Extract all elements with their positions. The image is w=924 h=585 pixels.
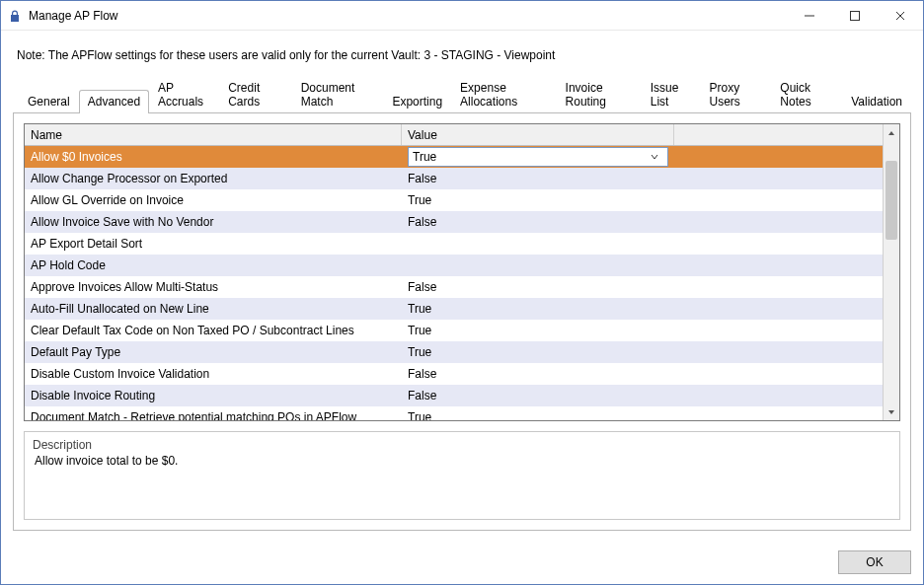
table-row[interactable]: Allow GL Override on InvoiceTrue bbox=[25, 189, 883, 211]
table-row[interactable]: Allow $0 InvoicesTrue bbox=[25, 146, 883, 168]
table-row[interactable]: Disable Custom Invoice ValidationFalse bbox=[25, 363, 883, 385]
setting-value[interactable]: False bbox=[402, 280, 674, 294]
setting-value[interactable]: True bbox=[402, 193, 674, 207]
tab-exporting[interactable]: Exporting bbox=[383, 90, 451, 112]
column-header-blank bbox=[674, 124, 883, 145]
scroll-thumb[interactable] bbox=[886, 161, 897, 240]
table-row[interactable]: Approve Invoices Allow Multi-StatusFalse bbox=[25, 276, 883, 298]
scroll-down-button[interactable] bbox=[884, 403, 899, 420]
setting-name: Auto-Fill Unallocated on New Line bbox=[25, 302, 402, 316]
column-header-value[interactable]: Value bbox=[402, 124, 674, 145]
ok-button[interactable]: OK bbox=[838, 550, 911, 574]
table-row[interactable]: AP Export Detail Sort bbox=[25, 233, 883, 255]
tab-general[interactable]: General bbox=[19, 90, 79, 112]
dropdown-selected-text: True bbox=[413, 150, 436, 164]
tab-ap-accruals[interactable]: AP Accruals bbox=[149, 76, 219, 112]
grid-header: Name Value bbox=[25, 124, 883, 146]
tab-proxy-users[interactable]: Proxy Users bbox=[701, 76, 772, 112]
tab-issue-list[interactable]: Issue List bbox=[642, 76, 701, 112]
table-row[interactable]: Allow Invoice Save with No VendorFalse bbox=[25, 211, 883, 233]
table-row[interactable]: Disable Invoice RoutingFalse bbox=[25, 385, 883, 406]
setting-value[interactable]: False bbox=[402, 215, 674, 229]
scroll-track[interactable] bbox=[884, 141, 899, 403]
window-controls bbox=[787, 1, 923, 30]
svg-rect-0 bbox=[805, 15, 814, 16]
setting-name: Document Match - Retrieve potential matc… bbox=[25, 410, 402, 420]
table-row[interactable]: Allow Change Processor on ExportedFalse bbox=[25, 168, 883, 189]
window: Manage AP Flow Note: The APFlow settings… bbox=[0, 0, 924, 585]
chevron-down-icon[interactable] bbox=[646, 148, 663, 166]
setting-name: Disable Custom Invoice Validation bbox=[25, 367, 402, 381]
setting-value[interactable]: True bbox=[402, 345, 674, 359]
table-row[interactable]: Document Match - Retrieve potential matc… bbox=[25, 406, 883, 420]
svg-rect-1 bbox=[851, 11, 860, 20]
setting-value[interactable]: True bbox=[402, 410, 674, 420]
table-row[interactable]: Default Pay TypeTrue bbox=[25, 341, 883, 363]
note-text: Note: The APFlow settings for these user… bbox=[13, 40, 911, 76]
value-dropdown[interactable]: True bbox=[408, 147, 668, 167]
footer: OK bbox=[1, 543, 923, 584]
setting-value[interactable]: False bbox=[402, 172, 674, 185]
description-text: Allow invoice total to be $0. bbox=[33, 454, 891, 468]
window-title: Manage AP Flow bbox=[29, 9, 118, 23]
description-label: Description bbox=[33, 438, 891, 452]
vertical-scrollbar[interactable] bbox=[883, 124, 899, 420]
titlebar: Manage AP Flow bbox=[1, 1, 923, 31]
setting-value[interactable]: True bbox=[402, 324, 674, 337]
tab-advanced[interactable]: Advanced bbox=[79, 90, 149, 113]
tab-panel-advanced: Name Value Allow $0 InvoicesTrueAllow Ch… bbox=[13, 112, 911, 531]
minimize-button[interactable] bbox=[787, 1, 832, 30]
setting-name: Clear Default Tax Code on Non Taxed PO /… bbox=[25, 324, 402, 337]
setting-name: Allow Invoice Save with No Vendor bbox=[25, 215, 402, 229]
grid-body: Allow $0 InvoicesTrueAllow Change Proces… bbox=[25, 146, 883, 420]
grid-inner: Name Value Allow $0 InvoicesTrueAllow Ch… bbox=[25, 124, 883, 420]
setting-value[interactable]: True bbox=[402, 302, 674, 316]
content-area: Note: The APFlow settings for these user… bbox=[1, 31, 923, 543]
scroll-up-button[interactable] bbox=[884, 124, 899, 141]
description-box: Description Allow invoice total to be $0… bbox=[24, 431, 900, 520]
table-row[interactable]: AP Hold Code bbox=[25, 255, 883, 276]
setting-name: Allow $0 Invoices bbox=[25, 150, 402, 164]
tab-expense-allocations[interactable]: Expense Allocations bbox=[451, 76, 556, 112]
tab-quick-notes[interactable]: Quick Notes bbox=[771, 76, 842, 112]
setting-name: Allow Change Processor on Exported bbox=[25, 172, 402, 185]
tab-document-match[interactable]: Document Match bbox=[292, 76, 384, 112]
tab-validation[interactable]: Validation bbox=[842, 90, 911, 112]
setting-name: AP Hold Code bbox=[25, 258, 402, 272]
setting-value[interactable]: True bbox=[402, 147, 674, 167]
table-row[interactable]: Auto-Fill Unallocated on New LineTrue bbox=[25, 298, 883, 320]
lock-icon bbox=[7, 8, 23, 24]
setting-name: Approve Invoices Allow Multi-Status bbox=[25, 280, 402, 294]
setting-value[interactable]: False bbox=[402, 367, 674, 381]
setting-name: Default Pay Type bbox=[25, 345, 402, 359]
tab-credit-cards[interactable]: Credit Cards bbox=[219, 76, 291, 112]
setting-name: AP Export Detail Sort bbox=[25, 237, 402, 251]
setting-value[interactable]: False bbox=[402, 389, 674, 402]
close-button[interactable] bbox=[878, 1, 923, 30]
maximize-button[interactable] bbox=[832, 1, 878, 30]
tab-invoice-routing[interactable]: Invoice Routing bbox=[557, 76, 642, 112]
setting-name: Allow GL Override on Invoice bbox=[25, 193, 402, 207]
column-header-name[interactable]: Name bbox=[25, 124, 402, 145]
settings-grid: Name Value Allow $0 InvoicesTrueAllow Ch… bbox=[24, 123, 900, 421]
setting-name: Disable Invoice Routing bbox=[25, 389, 402, 402]
table-row[interactable]: Clear Default Tax Code on Non Taxed PO /… bbox=[25, 320, 883, 341]
tabstrip: GeneralAdvancedAP AccrualsCredit CardsDo… bbox=[13, 76, 911, 112]
